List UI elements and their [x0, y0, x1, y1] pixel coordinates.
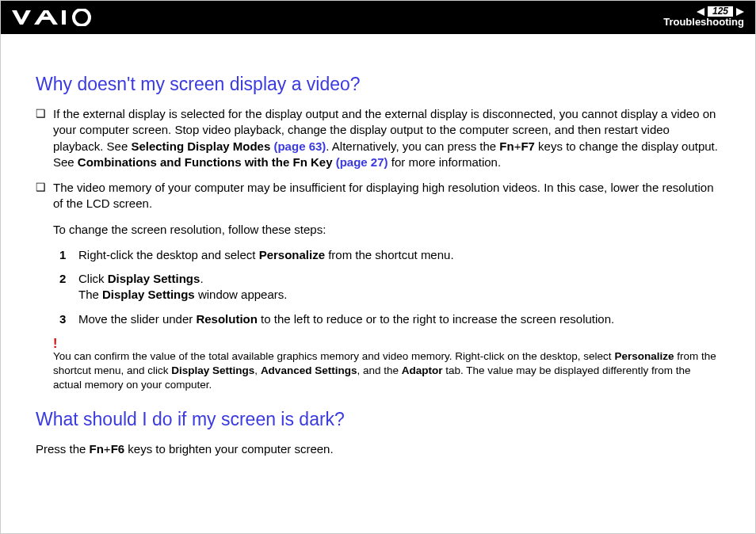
- text: window appears.: [195, 288, 288, 301]
- bullet-text: The video memory of your computer may be…: [53, 180, 720, 212]
- key-fn: Fn: [499, 139, 514, 153]
- step-number: 2: [59, 271, 78, 303]
- text: The: [78, 288, 102, 301]
- ui-label: Display Settings: [102, 288, 195, 301]
- ui-label: Advanced Settings: [261, 364, 357, 376]
- text: Right-click the desktop and select: [78, 248, 259, 261]
- steps-intro: To change the screen resolution, follow …: [53, 222, 720, 238]
- svg-rect-0: [62, 10, 66, 25]
- bullet-item: ❑ The video memory of your computer may …: [36, 180, 720, 212]
- next-page-icon[interactable]: [736, 8, 744, 16]
- bullet-icon: ❑: [36, 106, 53, 170]
- step-text: Right-click the desktop and select Perso…: [78, 247, 720, 263]
- header-right: 125 Troubleshooting: [663, 6, 744, 28]
- question-2-title: What should I do if my screen is dark?: [36, 409, 720, 430]
- text: ,: [254, 364, 261, 376]
- text: keys to brighten your computer screen.: [124, 442, 333, 456]
- text: . Alternatively, you can press the: [326, 139, 499, 153]
- step-number: 1: [59, 247, 78, 263]
- bullet-item: ❑ If the external display is selected fo…: [36, 106, 720, 170]
- page-content: Why doesn't my screen display a video? ❑…: [1, 34, 755, 473]
- step-item: 1 Right-click the desktop and select Per…: [59, 247, 720, 263]
- text: Press the: [36, 442, 90, 456]
- step-text: Click Display Settings. The Display Sett…: [78, 271, 720, 303]
- bullet-text: If the external display is selected for …: [53, 106, 720, 170]
- step-item: 3 Move the slider under Resolution to th…: [59, 311, 720, 327]
- step-item: 2 Click Display Settings. The Display Se…: [59, 271, 720, 303]
- text: +: [104, 442, 111, 456]
- page-link[interactable]: (page 63): [270, 139, 326, 153]
- prev-page-icon[interactable]: [697, 8, 704, 16]
- ui-label: Personalize: [259, 248, 325, 261]
- ref-title: Selecting Display Modes: [131, 139, 270, 153]
- key-fn: Fn: [90, 442, 104, 456]
- ui-label: Personalize: [614, 350, 674, 362]
- text: from the shortcut menu.: [325, 248, 454, 261]
- svg-point-1: [74, 10, 90, 25]
- ui-label: Resolution: [196, 312, 258, 326]
- note-text: You can confirm the value of the total a…: [53, 335, 720, 393]
- text: Click: [78, 272, 108, 285]
- page-header: 125 Troubleshooting: [1, 1, 755, 34]
- bullet-icon: ❑: [36, 180, 53, 212]
- text: , and the: [357, 364, 401, 376]
- question-1-title: Why doesn't my screen display a video?: [36, 74, 720, 95]
- text: for more information.: [388, 155, 502, 169]
- text: .: [200, 272, 203, 285]
- step-text: Move the slider under Resolution to the …: [78, 311, 720, 327]
- section-title: Troubleshooting: [663, 17, 744, 28]
- note: ! You can confirm the value of the total…: [53, 335, 720, 393]
- ui-label: Display Settings: [171, 364, 254, 376]
- answer-text: Press the Fn+F6 keys to brighten your co…: [36, 441, 720, 457]
- ui-label: Display Settings: [108, 272, 200, 285]
- key-f6: F6: [111, 442, 125, 456]
- step-number: 3: [59, 311, 78, 327]
- text: You can confirm the value of the total a…: [53, 350, 614, 362]
- text: Move the slider under: [78, 312, 196, 326]
- ref-title: Combinations and Functions with the Fn K…: [78, 155, 333, 169]
- text: to the left to reduce or to the right to…: [258, 312, 614, 326]
- ui-label: Adaptor: [402, 364, 443, 376]
- page-link[interactable]: (page 27): [333, 155, 388, 169]
- key-f7: F7: [521, 139, 535, 153]
- vaio-logo: [12, 9, 99, 26]
